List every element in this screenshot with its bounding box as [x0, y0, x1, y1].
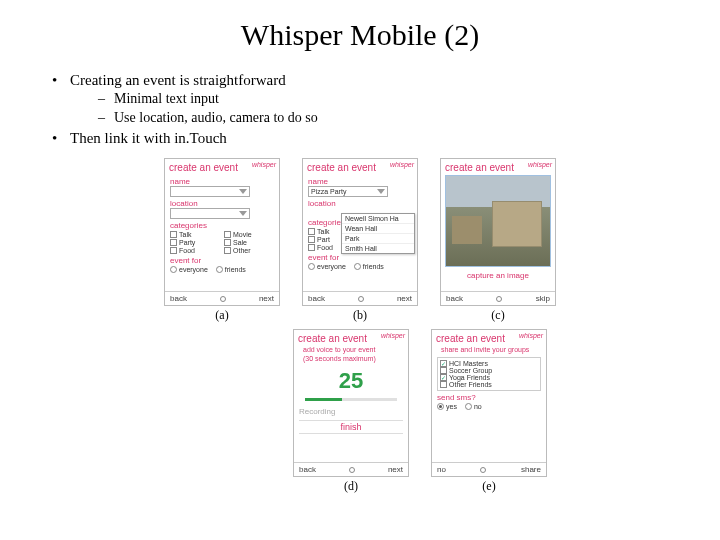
- chk-party[interactable]: Party: [170, 239, 220, 246]
- label-sms: send sms?: [437, 393, 541, 402]
- finish-button[interactable]: finish: [299, 420, 403, 434]
- softkey-back[interactable]: back: [446, 294, 463, 303]
- brand-logo: whisper: [390, 161, 414, 168]
- progress-meter: [305, 398, 397, 401]
- popup-item[interactable]: Smith Hall: [342, 244, 414, 253]
- voice-sub1: add voice to your event: [299, 346, 403, 355]
- softkey-center[interactable]: [358, 296, 364, 302]
- softkey-no[interactable]: no: [437, 465, 446, 474]
- label-categories: categories: [170, 221, 274, 230]
- radio-yes[interactable]: yes: [437, 403, 457, 410]
- bullet-list: •Creating an event is straightforward –M…: [52, 70, 680, 148]
- subbullet-2: Use location, audio, camera to do so: [114, 109, 318, 128]
- label-location: location: [170, 199, 274, 208]
- caption-a: (a): [215, 308, 228, 323]
- name-field[interactable]: [170, 186, 250, 197]
- softkey-next[interactable]: next: [388, 465, 403, 474]
- caption-c: (c): [491, 308, 504, 323]
- popup-item[interactable]: Park: [342, 234, 414, 244]
- mock-c: whisper create an event capture an image…: [440, 158, 556, 306]
- chk-other[interactable]: Other: [224, 247, 274, 254]
- softkey-center[interactable]: [496, 296, 502, 302]
- location-popup[interactable]: Newell Simon Ha Wean Hall Park Smith Hal…: [341, 213, 415, 254]
- label-location: location: [308, 199, 412, 208]
- mock-a: whisper create an event name location ca…: [164, 158, 280, 306]
- location-field[interactable]: [170, 208, 250, 219]
- softkey-share[interactable]: share: [521, 465, 541, 474]
- camera-caption: capture an image: [441, 271, 555, 280]
- brand-logo: whisper: [252, 161, 276, 168]
- label-eventfor: event for: [170, 256, 274, 265]
- chk-talk[interactable]: Talk: [170, 231, 220, 238]
- bullet-2: Then link it with in.Touch: [70, 128, 227, 148]
- brand-logo: whisper: [381, 332, 405, 339]
- radio-no[interactable]: no: [465, 403, 482, 410]
- popup-item[interactable]: Wean Hall: [342, 224, 414, 234]
- popup-item[interactable]: Newell Simon Ha: [342, 214, 414, 224]
- caption-d: (d): [344, 479, 358, 494]
- softkey-back[interactable]: back: [308, 294, 325, 303]
- bullet-1: Creating an event is straightforward: [70, 70, 286, 90]
- countdown: 25: [299, 368, 403, 394]
- slide-title: Whisper Mobile (2): [40, 18, 680, 52]
- chk-sale[interactable]: Sale: [224, 239, 274, 246]
- label-eventfor: event for: [308, 253, 412, 262]
- recording-label: Recording: [299, 407, 403, 416]
- radio-friends[interactable]: friends: [354, 263, 384, 270]
- softkey-next[interactable]: next: [259, 294, 274, 303]
- voice-sub2: (30 seconds maximum): [299, 355, 403, 364]
- softkey-next[interactable]: next: [397, 294, 412, 303]
- brand-logo: whisper: [519, 332, 543, 339]
- mock-e: whisper create an event share and invite…: [431, 329, 547, 477]
- group-soccer[interactable]: Soccer Group: [440, 367, 538, 374]
- group-yoga[interactable]: Yoga Friends: [440, 374, 538, 381]
- group-hci[interactable]: HCI Masters: [440, 360, 538, 367]
- share-sub: share and invite your groups: [437, 346, 541, 355]
- caption-b: (b): [353, 308, 367, 323]
- mock-b: whisper create an event name Pizza Party…: [302, 158, 418, 306]
- radio-friends[interactable]: friends: [216, 266, 246, 273]
- group-other[interactable]: Other Friends: [440, 381, 538, 388]
- name-field[interactable]: Pizza Party: [308, 186, 388, 197]
- softkey-skip[interactable]: skip: [536, 294, 550, 303]
- label-name: name: [308, 177, 412, 186]
- softkey-back[interactable]: back: [299, 465, 316, 474]
- chk-food[interactable]: Food: [170, 247, 220, 254]
- softkey-center[interactable]: [480, 467, 486, 473]
- radio-everyone[interactable]: everyone: [170, 266, 208, 273]
- softkey-center[interactable]: [349, 467, 355, 473]
- subbullet-1: Minimal text input: [114, 90, 219, 109]
- softkey-center[interactable]: [220, 296, 226, 302]
- label-name: name: [170, 177, 274, 186]
- mock-d: whisper create an event add voice to you…: [293, 329, 409, 477]
- brand-logo: whisper: [528, 161, 552, 168]
- chk-movie[interactable]: Movie: [224, 231, 274, 238]
- caption-e: (e): [482, 479, 495, 494]
- radio-everyone[interactable]: everyone: [308, 263, 346, 270]
- camera-preview[interactable]: [445, 175, 551, 267]
- softkey-back[interactable]: back: [170, 294, 187, 303]
